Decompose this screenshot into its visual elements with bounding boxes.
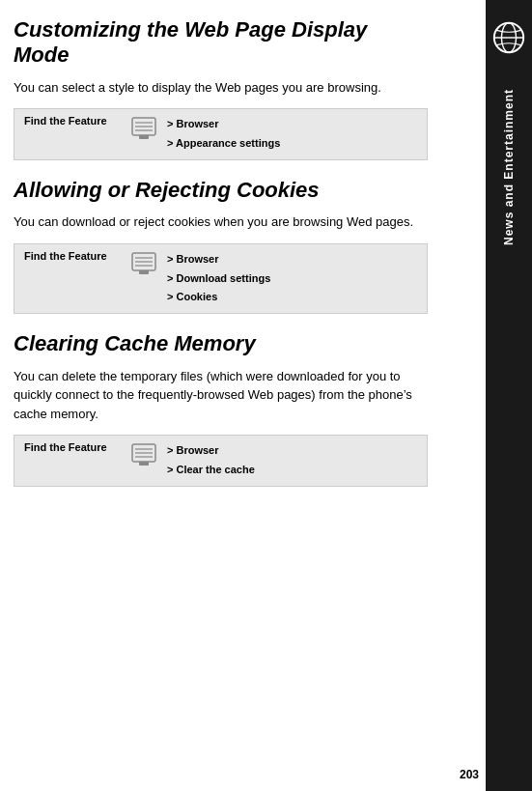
find-feature-label-2: Find the Feature	[24, 250, 121, 262]
step-2-3: > Cookies	[167, 288, 270, 307]
step-1-1: > Browser	[167, 115, 280, 134]
page-container: Customizing the Web Page Display Mode Yo…	[0, 0, 532, 791]
menu-icon-3	[130, 441, 157, 468]
globe-icon	[490, 19, 527, 56]
section3-title: Clearing Cache Memory	[14, 331, 428, 356]
page-number: 203	[460, 768, 479, 781]
section-cookies: Allowing or Rejecting Cookies You can do…	[14, 178, 428, 314]
sidebar-label: News and Entertainment	[502, 89, 516, 245]
section2-title: Allowing or Rejecting Cookies	[14, 178, 428, 203]
find-feature-steps-2: > Browser > Download settings > Cookies	[167, 250, 270, 307]
globe-icon-container	[490, 19, 527, 60]
right-sidebar: News and Entertainment	[486, 0, 532, 791]
section1-body: You can select a style to display the We…	[14, 78, 428, 98]
section-cache: Clearing Cache Memory You can delete the…	[14, 331, 428, 486]
find-feature-box-1: Find the Feature > Browser > Appearance …	[14, 108, 428, 160]
section3-body: You can delete the temporary files (whic…	[14, 367, 428, 424]
step-2-1: > Browser	[167, 250, 270, 269]
section1-title: Customizing the Web Page Display Mode	[14, 17, 428, 69]
find-feature-steps-1: > Browser > Appearance settings	[167, 115, 280, 154]
step-2-2: > Download settings	[167, 269, 270, 289]
step-3-1: > Browser	[167, 441, 255, 461]
step-1-2: > Appearance settings	[167, 134, 280, 154]
main-content: Customizing the Web Page Display Mode Yo…	[0, 0, 486, 791]
find-feature-label-3: Find the Feature	[24, 441, 121, 453]
step-3-2: > Clear the cache	[167, 461, 255, 480]
section-customizing: Customizing the Web Page Display Mode Yo…	[14, 17, 428, 160]
find-feature-label-1: Find the Feature	[24, 115, 121, 127]
find-feature-box-3: Find the Feature > Browser > Clear the c…	[14, 435, 428, 487]
find-feature-steps-3: > Browser > Clear the cache	[167, 441, 255, 480]
menu-icon-2	[130, 250, 157, 277]
find-feature-box-2: Find the Feature > Browser > Download se…	[14, 243, 428, 314]
section2-body: You can download or reject cookies when …	[14, 212, 428, 232]
menu-icon-1	[130, 115, 157, 142]
